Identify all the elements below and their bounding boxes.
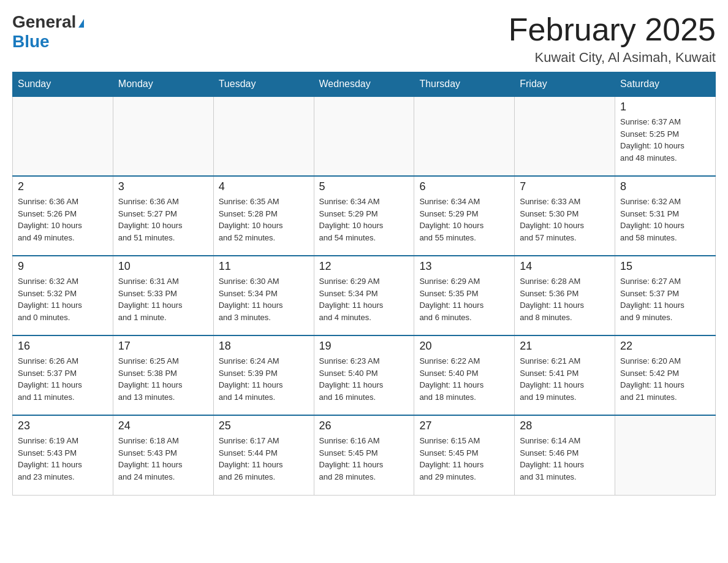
calendar-cell: 25Sunrise: 6:17 AMSunset: 5:44 PMDayligh… <box>213 415 314 495</box>
day-info: Sunrise: 6:25 AMSunset: 5:38 PMDaylight:… <box>118 355 208 403</box>
calendar-cell: 9Sunrise: 6:32 AMSunset: 5:32 PMDaylight… <box>13 256 113 335</box>
day-number: 20 <box>419 340 509 353</box>
calendar-cell: 19Sunrise: 6:23 AMSunset: 5:40 PMDayligh… <box>314 335 414 415</box>
day-number: 11 <box>219 260 309 273</box>
title-section: February 2025 Kuwait City, Al Asimah, Ku… <box>509 12 716 66</box>
day-number: 14 <box>520 260 610 273</box>
day-info: Sunrise: 6:14 AMSunset: 5:46 PMDaylight:… <box>520 435 610 483</box>
day-number: 16 <box>18 340 108 353</box>
header-tuesday: Tuesday <box>213 72 314 97</box>
day-number: 23 <box>18 419 108 432</box>
day-number: 13 <box>419 260 509 273</box>
day-number: 18 <box>219 340 309 353</box>
calendar-cell: 26Sunrise: 6:16 AMSunset: 5:45 PMDayligh… <box>314 415 414 495</box>
week-row-4: 16Sunrise: 6:26 AMSunset: 5:37 PMDayligh… <box>13 335 716 415</box>
logo: General Blue <box>12 12 84 52</box>
day-info: Sunrise: 6:18 AMSunset: 5:43 PMDaylight:… <box>118 435 208 483</box>
calendar-cell: 21Sunrise: 6:21 AMSunset: 5:41 PMDayligh… <box>515 335 615 415</box>
week-row-1: 1Sunrise: 6:37 AMSunset: 5:25 PMDaylight… <box>13 96 716 176</box>
calendar-cell <box>515 96 615 176</box>
day-number: 3 <box>118 180 208 193</box>
day-info: Sunrise: 6:24 AMSunset: 5:39 PMDaylight:… <box>219 355 309 403</box>
week-row-2: 2Sunrise: 6:36 AMSunset: 5:26 PMDaylight… <box>13 176 716 256</box>
day-number: 17 <box>118 340 208 353</box>
day-info: Sunrise: 6:28 AMSunset: 5:36 PMDaylight:… <box>520 275 610 323</box>
day-info: Sunrise: 6:36 AMSunset: 5:26 PMDaylight:… <box>18 196 108 243</box>
calendar-cell <box>615 415 716 495</box>
calendar-cell: 4Sunrise: 6:35 AMSunset: 5:28 PMDaylight… <box>213 176 314 256</box>
day-info: Sunrise: 6:21 AMSunset: 5:41 PMDaylight:… <box>520 355 610 403</box>
day-number: 19 <box>319 340 409 353</box>
logo-general-text: General <box>12 12 76 32</box>
header-thursday: Thursday <box>414 72 515 97</box>
calendar-cell <box>314 96 414 176</box>
day-info: Sunrise: 6:37 AMSunset: 5:25 PMDaylight:… <box>620 116 710 164</box>
header-wednesday: Wednesday <box>314 72 414 97</box>
day-info: Sunrise: 6:20 AMSunset: 5:42 PMDaylight:… <box>620 355 710 403</box>
day-number: 26 <box>319 419 409 432</box>
day-info: Sunrise: 6:30 AMSunset: 5:34 PMDaylight:… <box>219 275 309 323</box>
page-header: General Blue February 2025 Kuwait City, … <box>12 12 716 66</box>
day-number: 7 <box>520 180 610 193</box>
day-number: 25 <box>219 419 309 432</box>
day-number: 6 <box>419 180 509 193</box>
calendar-cell: 10Sunrise: 6:31 AMSunset: 5:33 PMDayligh… <box>113 256 213 335</box>
calendar-cell: 6Sunrise: 6:34 AMSunset: 5:29 PMDaylight… <box>414 176 515 256</box>
day-number: 27 <box>419 419 509 432</box>
calendar-cell: 11Sunrise: 6:30 AMSunset: 5:34 PMDayligh… <box>213 256 314 335</box>
day-number: 24 <box>118 419 208 432</box>
day-number: 22 <box>620 340 710 353</box>
calendar-cell: 18Sunrise: 6:24 AMSunset: 5:39 PMDayligh… <box>213 335 314 415</box>
calendar-cell: 8Sunrise: 6:32 AMSunset: 5:31 PMDaylight… <box>615 176 716 256</box>
day-info: Sunrise: 6:29 AMSunset: 5:35 PMDaylight:… <box>419 275 509 323</box>
weekday-header-row: Sunday Monday Tuesday Wednesday Thursday… <box>13 72 716 97</box>
day-info: Sunrise: 6:31 AMSunset: 5:33 PMDaylight:… <box>118 275 208 323</box>
calendar-cell: 22Sunrise: 6:20 AMSunset: 5:42 PMDayligh… <box>615 335 716 415</box>
week-row-5: 23Sunrise: 6:19 AMSunset: 5:43 PMDayligh… <box>13 415 716 495</box>
day-info: Sunrise: 6:32 AMSunset: 5:32 PMDaylight:… <box>18 275 108 323</box>
calendar-cell: 12Sunrise: 6:29 AMSunset: 5:34 PMDayligh… <box>314 256 414 335</box>
calendar-cell: 28Sunrise: 6:14 AMSunset: 5:46 PMDayligh… <box>515 415 615 495</box>
calendar-cell <box>13 96 113 176</box>
calendar-cell: 16Sunrise: 6:26 AMSunset: 5:37 PMDayligh… <box>13 335 113 415</box>
day-number: 9 <box>18 260 108 273</box>
header-friday: Friday <box>515 72 615 97</box>
day-info: Sunrise: 6:34 AMSunset: 5:29 PMDaylight:… <box>319 196 409 243</box>
day-number: 10 <box>118 260 208 273</box>
header-monday: Monday <box>113 72 213 97</box>
day-info: Sunrise: 6:36 AMSunset: 5:27 PMDaylight:… <box>118 196 208 243</box>
calendar-cell <box>113 96 213 176</box>
calendar-cell: 13Sunrise: 6:29 AMSunset: 5:35 PMDayligh… <box>414 256 515 335</box>
day-info: Sunrise: 6:32 AMSunset: 5:31 PMDaylight:… <box>620 196 710 243</box>
calendar-cell <box>213 96 314 176</box>
month-title: February 2025 <box>509 12 716 47</box>
day-number: 15 <box>620 260 710 273</box>
location-title: Kuwait City, Al Asimah, Kuwait <box>509 50 716 66</box>
day-info: Sunrise: 6:35 AMSunset: 5:28 PMDaylight:… <box>219 196 309 243</box>
logo-triangle-icon <box>78 19 84 28</box>
calendar-cell: 3Sunrise: 6:36 AMSunset: 5:27 PMDaylight… <box>113 176 213 256</box>
day-number: 8 <box>620 180 710 193</box>
day-number: 5 <box>319 180 409 193</box>
calendar-cell: 20Sunrise: 6:22 AMSunset: 5:40 PMDayligh… <box>414 335 515 415</box>
week-row-3: 9Sunrise: 6:32 AMSunset: 5:32 PMDaylight… <box>13 256 716 335</box>
calendar-cell: 24Sunrise: 6:18 AMSunset: 5:43 PMDayligh… <box>113 415 213 495</box>
header-sunday: Sunday <box>13 72 113 97</box>
calendar-cell: 15Sunrise: 6:27 AMSunset: 5:37 PMDayligh… <box>615 256 716 335</box>
day-number: 12 <box>319 260 409 273</box>
logo-blue-text: Blue <box>12 32 50 52</box>
calendar-cell: 23Sunrise: 6:19 AMSunset: 5:43 PMDayligh… <box>13 415 113 495</box>
calendar-cell: 17Sunrise: 6:25 AMSunset: 5:38 PMDayligh… <box>113 335 213 415</box>
calendar-cell: 7Sunrise: 6:33 AMSunset: 5:30 PMDaylight… <box>515 176 615 256</box>
calendar-cell: 5Sunrise: 6:34 AMSunset: 5:29 PMDaylight… <box>314 176 414 256</box>
calendar-cell: 27Sunrise: 6:15 AMSunset: 5:45 PMDayligh… <box>414 415 515 495</box>
day-number: 2 <box>18 180 108 193</box>
day-info: Sunrise: 6:16 AMSunset: 5:45 PMDaylight:… <box>319 435 409 483</box>
day-number: 1 <box>620 101 710 113</box>
calendar-cell: 1Sunrise: 6:37 AMSunset: 5:25 PMDaylight… <box>615 96 716 176</box>
day-number: 21 <box>520 340 610 353</box>
calendar-cell: 2Sunrise: 6:36 AMSunset: 5:26 PMDaylight… <box>13 176 113 256</box>
calendar-cell <box>414 96 515 176</box>
day-info: Sunrise: 6:19 AMSunset: 5:43 PMDaylight:… <box>18 435 108 483</box>
header-saturday: Saturday <box>615 72 716 97</box>
